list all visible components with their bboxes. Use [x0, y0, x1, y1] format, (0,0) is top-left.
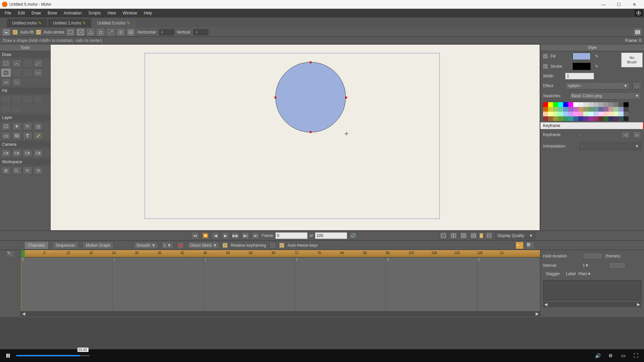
swatch-cell[interactable]: [563, 107, 568, 112]
total-frames-input[interactable]: [315, 232, 347, 239]
swatch-cell[interactable]: [568, 102, 573, 107]
stroke-color-swatch[interactable]: [573, 63, 591, 70]
swatch-cell[interactable]: [553, 116, 558, 121]
scroll-left-icon[interactable]: ◀: [22, 311, 25, 316]
anchor-point-icon[interactable]: [310, 131, 312, 133]
layer-tool-icon[interactable]: [12, 132, 21, 140]
record-icon[interactable]: [177, 242, 184, 249]
swatch-cell[interactable]: [608, 116, 613, 121]
lock-layer-tool-icon[interactable]: [34, 122, 43, 130]
fill-checkbox[interactable]: ✓: [543, 54, 548, 59]
skip-start-icon[interactable]: ⏮: [191, 232, 199, 239]
swatch-cell[interactable]: [543, 112, 548, 116]
keyframe-scrollbar[interactable]: ◀ ▶: [543, 302, 641, 307]
view-mode-4-icon[interactable]: [470, 232, 478, 239]
swatch-cell[interactable]: [619, 102, 624, 107]
audio-icon[interactable]: 🔊: [349, 232, 357, 239]
swatch-cell[interactable]: [624, 107, 629, 112]
swatches-dropdown[interactable]: Basic Colors.png▼: [569, 92, 641, 100]
text-tool-icon[interactable]: T: [23, 132, 32, 140]
swatch-cell[interactable]: [553, 112, 558, 116]
swatch-cell[interactable]: [603, 116, 608, 121]
shape-rectangle-icon[interactable]: [67, 29, 74, 36]
anchor-point-icon[interactable]: [274, 97, 276, 99]
anchor-point-icon[interactable]: [345, 97, 347, 99]
swatch-cell[interactable]: [573, 107, 578, 112]
edit-layer-tool-icon[interactable]: [34, 132, 43, 140]
swatch-cell[interactable]: [583, 102, 588, 107]
swatch-cell[interactable]: [578, 116, 583, 121]
swatch-cell[interactable]: [558, 116, 563, 121]
step-forward-icon[interactable]: ▶|: [241, 232, 250, 239]
swatch-cell[interactable]: [553, 107, 558, 112]
vertical-input[interactable]: [194, 29, 208, 35]
scroll-right-icon[interactable]: ▶: [536, 311, 539, 316]
menu-file[interactable]: File: [1, 9, 14, 17]
swatch-cell[interactable]: [573, 112, 578, 116]
swatch-cell[interactable]: [548, 102, 553, 107]
draw-shape-button-icon[interactable]: [1, 69, 11, 77]
swatch-cell[interactable]: [619, 107, 624, 112]
horizontal-input[interactable]: [159, 29, 174, 35]
next-keyframe-icon[interactable]: ▷: [633, 131, 641, 138]
swatch-cell[interactable]: [593, 102, 598, 107]
timeline-scrollbar[interactable]: ◀ ▶: [21, 311, 540, 316]
playhead-icon[interactable]: [21, 250, 25, 257]
swatch-cell[interactable]: [548, 112, 553, 116]
menu-draw[interactable]: Draw: [28, 9, 44, 17]
label-dropdown[interactable]: Plain▼: [578, 272, 608, 276]
prev-frame-icon[interactable]: ◀: [211, 232, 219, 239]
menu-window[interactable]: Window: [119, 9, 141, 17]
smooth-dropdown[interactable]: Smooth ▼: [134, 242, 158, 249]
swatch-cell[interactable]: [583, 112, 588, 116]
smooth-num-dropdown[interactable]: 1 ▼: [161, 242, 174, 249]
swatch-cell[interactable]: [598, 116, 603, 121]
swatch-cell[interactable]: [613, 102, 619, 107]
swatch-cell[interactable]: [563, 116, 568, 121]
video-progress[interactable]: 01:42: [16, 355, 90, 356]
rotate-workspace-tool-icon[interactable]: ↻: [23, 167, 32, 175]
tab-untitled[interactable]: Untitled.moho✎: [7, 19, 47, 27]
swatch-cell[interactable]: [608, 107, 613, 112]
swatch-cell[interactable]: [578, 102, 583, 107]
swatch-cell[interactable]: [553, 102, 558, 107]
swatch-cell[interactable]: [588, 102, 593, 107]
shape-spiral-icon[interactable]: [117, 29, 124, 36]
scroll-left-icon[interactable]: ◀: [544, 302, 547, 307]
swatch-cell[interactable]: [619, 112, 624, 116]
play-icon[interactable]: ▶: [221, 232, 229, 239]
hold-duration-input[interactable]: [583, 253, 603, 259]
view-mode-2-icon[interactable]: [449, 232, 458, 239]
swatch-cell[interactable]: [543, 102, 548, 107]
camera-pan-tool-icon[interactable]: [34, 149, 43, 157]
swatch-cell[interactable]: [608, 102, 613, 107]
pause-icon[interactable]: [3, 351, 13, 360]
swatch-cell[interactable]: [558, 107, 563, 112]
menu-edit[interactable]: Edit: [14, 9, 28, 17]
swatch-cell[interactable]: [583, 107, 588, 112]
scatter-tool-icon[interactable]: [12, 78, 21, 86]
brush-preview[interactable]: No Brush: [621, 53, 643, 67]
display-quality-dropdown[interactable]: Display Quality▼: [495, 232, 535, 239]
scroll-right-icon[interactable]: ▶: [637, 302, 640, 307]
swatch-cell[interactable]: [548, 107, 553, 112]
swatch-cell[interactable]: [573, 102, 578, 107]
swatch-cell[interactable]: [624, 116, 629, 121]
shape-arrow-icon[interactable]: [107, 29, 114, 36]
keyframe-marker-icon[interactable]: [269, 242, 276, 249]
swatch-cell[interactable]: [608, 112, 613, 116]
swatch-cell[interactable]: [593, 107, 598, 112]
interval-dropdown[interactable]: 1▼: [583, 263, 606, 268]
shape-oval-icon[interactable]: [77, 29, 84, 36]
shape-star-icon[interactable]: [97, 29, 104, 36]
swatch-cell[interactable]: [568, 107, 573, 112]
interpolation-dropdown[interactable]: -▼: [579, 142, 641, 150]
edit-fill-icon[interactable]: ✎: [593, 53, 600, 60]
tab-channels[interactable]: Channels: [24, 241, 49, 249]
timeline-edit-icon[interactable]: ✎: [7, 251, 14, 257]
timeline-tracks[interactable]: 012345: [21, 257, 540, 311]
rotate-layer-tool-icon[interactable]: ↻: [23, 122, 32, 130]
swatch-cell[interactable]: [588, 107, 593, 112]
timeline-warning-icon[interactable]: ▲: [516, 242, 523, 249]
freehand-tool-icon[interactable]: [12, 59, 21, 67]
